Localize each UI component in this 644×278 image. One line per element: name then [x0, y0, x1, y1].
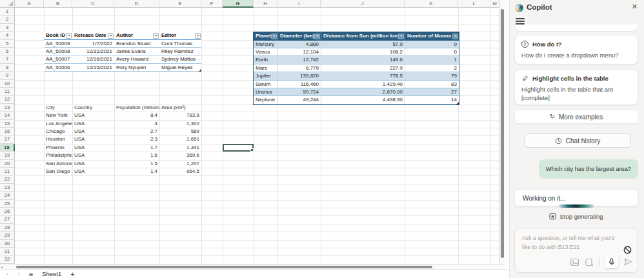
horizontal-scrollbar[interactable]: ◂	[0, 264, 505, 269]
cell[interactable]: Neptune	[254, 96, 278, 104]
cell[interactable]: 57.9	[321, 41, 405, 48]
cell[interactable]: 1,651	[159, 135, 201, 143]
cell[interactable]: Riley Ramirez	[159, 48, 201, 55]
row-header-15[interactable]: 15	[0, 120, 15, 128]
filter-chevron-icon[interactable]	[195, 33, 201, 39]
cell[interactable]: Avery Howard	[114, 55, 159, 63]
column-header-I[interactable]: I	[277, 0, 321, 8]
cell[interactable]: 1,429.40	[321, 81, 405, 88]
row-header-21[interactable]: 21	[0, 168, 15, 175]
cell[interactable]: USA	[72, 152, 114, 159]
cell[interactable]: 2	[405, 65, 459, 72]
row-header-18[interactable]: 18	[0, 144, 15, 152]
cell[interactable]: Philadelphia	[44, 152, 72, 159]
header-cell[interactable]: Author	[114, 32, 159, 39]
next-sheet-icon[interactable]: ›	[17, 270, 19, 278]
cell[interactable]: 964.5	[159, 168, 201, 175]
column-header-J[interactable]: J	[321, 0, 405, 8]
column-header-D[interactable]: D	[114, 0, 159, 8]
cell[interactable]: 1.4	[114, 168, 159, 175]
cell[interactable]: 27	[405, 88, 459, 96]
column-header-L[interactable]: L	[458, 0, 490, 8]
cell[interactable]: Earth	[254, 56, 278, 64]
cell[interactable]: USA	[72, 120, 114, 128]
sheet-list-menu-icon[interactable]: ≡	[29, 270, 33, 278]
row-header-17[interactable]: 17	[0, 135, 15, 143]
cell[interactable]: 12,104	[278, 48, 321, 56]
cell[interactable]: 12/31/2021	[72, 48, 114, 55]
cell[interactable]: AA_50008	[44, 48, 72, 55]
row-header-11[interactable]: 11	[0, 88, 15, 95]
column-header-E[interactable]: E	[159, 0, 201, 8]
column-header-H[interactable]: H	[254, 0, 277, 8]
cell[interactable]: 12/15/2021	[72, 64, 114, 72]
cell[interactable]: 49,244	[278, 96, 321, 104]
prompt-library-icon[interactable]	[585, 257, 594, 267]
cell[interactable]: USA	[72, 168, 114, 175]
cell[interactable]: 783.8	[159, 112, 201, 119]
cell[interactable]: USA	[72, 160, 114, 168]
header-cell[interactable]: Number of Moons	[405, 32, 459, 40]
filter-chevron-icon[interactable]	[314, 34, 320, 39]
cell[interactable]: Miguel Reyes	[159, 64, 201, 72]
cell[interactable]: Phoenix	[44, 144, 72, 152]
suggestion-card-how-do-i[interactable]: ? How do I? How do I create a dropdown m…	[514, 35, 638, 65]
microphone-button[interactable]	[605, 255, 618, 268]
cell[interactable]: Saturn	[254, 81, 278, 88]
row-header-23[interactable]: 23	[0, 184, 15, 192]
filter-chevron-icon[interactable]	[66, 33, 72, 39]
cell[interactable]: Houston	[44, 135, 72, 143]
cell[interactable]: Mercury	[254, 41, 278, 48]
cell[interactable]: Jamie Evans	[114, 48, 159, 55]
cell[interactable]: 4,498.30	[321, 96, 405, 104]
cell[interactable]: 12/16/2021	[72, 55, 114, 63]
cell[interactable]: 1/7/2022	[72, 40, 114, 48]
row-header-2[interactable]: 2	[0, 15, 15, 23]
cell[interactable]: Uranus	[254, 88, 278, 96]
cell[interactable]: San Antonio	[44, 160, 72, 168]
sheet-tab[interactable]: Sheet1	[42, 270, 61, 277]
filter-chevron-icon[interactable]	[108, 33, 114, 39]
cell[interactable]: Jupiter	[254, 72, 278, 80]
cell[interactable]: 108.2	[321, 48, 405, 56]
cell[interactable]: AA_50009	[44, 40, 72, 48]
close-icon[interactable]: ✕	[632, 3, 638, 11]
cell[interactable]: Cora Thomas	[159, 40, 201, 48]
cell[interactable]: 6,779	[278, 65, 321, 72]
row-header-31[interactable]: 31	[0, 248, 15, 255]
row-header-27[interactable]: 27	[0, 215, 15, 223]
cell[interactable]: 1.5	[114, 160, 159, 168]
filter-chevron-icon[interactable]	[452, 34, 458, 39]
cell[interactable]: Venus	[254, 48, 278, 56]
cell[interactable]: 0	[405, 41, 459, 48]
header-cell[interactable]: Distance from Sun (million km)	[321, 32, 405, 40]
header-cell[interactable]: Country	[72, 104, 114, 112]
header-cell[interactable]: City	[44, 104, 72, 112]
cell[interactable]: 79	[405, 72, 459, 80]
stop-generating-button[interactable]: Stop generating	[514, 213, 638, 220]
row-header-22[interactable]: 22	[0, 175, 15, 183]
cell[interactable]: 589	[159, 128, 201, 135]
row-header-25[interactable]: 25	[0, 200, 15, 208]
cell[interactable]: 4,880	[278, 41, 321, 48]
cell[interactable]: 1,207	[159, 160, 201, 168]
column-header-B[interactable]: B	[44, 0, 72, 8]
cell[interactable]: USA	[72, 128, 114, 135]
vertical-scrollbar[interactable]	[499, 0, 505, 264]
row-header-19[interactable]: 19	[0, 152, 15, 159]
cell[interactable]: 227.9	[321, 65, 405, 72]
cell[interactable]: Brandon Stuart	[114, 40, 159, 48]
header-cell[interactable]: Area (km²)	[159, 104, 201, 112]
row-header-13[interactable]: 13	[0, 104, 15, 112]
suggestion-card-highlight-cells[interactable]: Highlight cells in the table Highlight c…	[514, 69, 638, 105]
prev-sheet-icon[interactable]: ‹	[6, 270, 8, 278]
row-header-32[interactable]: 32	[0, 255, 15, 263]
more-examples-button[interactable]: ↻ More examples	[514, 110, 638, 124]
cell[interactable]: 369.6	[159, 152, 201, 159]
cell[interactable]: Los Angeles	[44, 120, 72, 128]
cell[interactable]: Rory Nyuyen	[114, 64, 159, 72]
row-header-10[interactable]: 10	[0, 80, 15, 88]
filter-chevron-icon[interactable]	[398, 34, 404, 39]
spreadsheet-grid[interactable]: ABCDEFGHIJKLM123456789101112131415161718…	[0, 0, 499, 264]
cell[interactable]: Chicago	[44, 128, 72, 135]
